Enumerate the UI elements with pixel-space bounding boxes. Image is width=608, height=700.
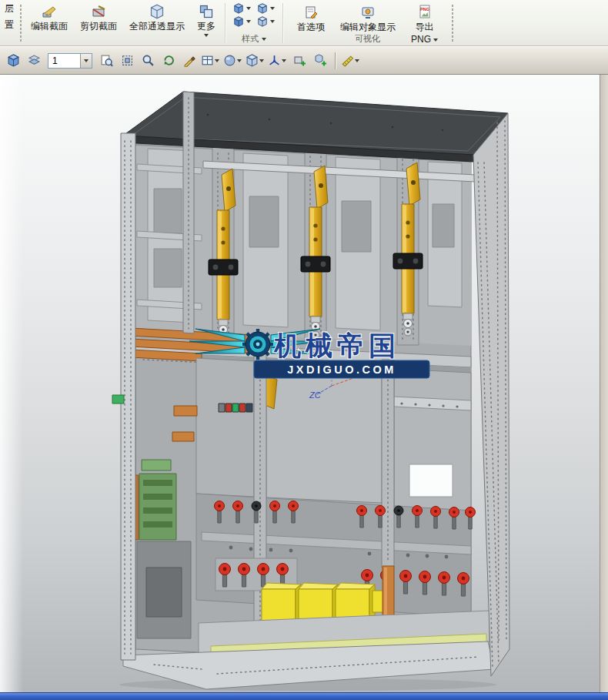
rotate-view-button[interactable] bbox=[159, 52, 178, 70]
zoom-area-button[interactable] bbox=[97, 52, 115, 70]
style-option-3[interactable] bbox=[233, 16, 251, 27]
ribbon: 层 置 编辑截面 剪切截面 全部通透显示 更多 bbox=[0, 0, 608, 46]
measure-ruler-icon bbox=[341, 54, 354, 67]
ribbon-separator bbox=[225, 3, 225, 43]
style-option-2[interactable] bbox=[257, 3, 275, 14]
style-option-1[interactable] bbox=[233, 3, 251, 14]
edit-section-button[interactable]: 编辑截面 bbox=[25, 1, 74, 45]
window-style-dropdown[interactable] bbox=[201, 54, 221, 67]
svg-text:PNG: PNG bbox=[420, 7, 429, 12]
edit-section-label: 编辑截面 bbox=[31, 22, 68, 32]
show-all-translucent-label: 全部通透显示 bbox=[129, 22, 185, 32]
clip-section-label: 剪切截面 bbox=[80, 22, 117, 32]
new-component-button[interactable] bbox=[290, 52, 309, 70]
translucent-cube-icon bbox=[149, 4, 165, 19]
shaded-sphere-icon bbox=[223, 54, 236, 67]
window-grid-icon bbox=[201, 54, 214, 67]
edit-object-display-label: 编辑对象显示 bbox=[340, 22, 396, 32]
render-style-dropdown[interactable] bbox=[223, 54, 243, 67]
brush-button[interactable] bbox=[180, 52, 199, 70]
view-cube-icon bbox=[7, 54, 20, 67]
layer-settings-button[interactable] bbox=[25, 52, 43, 70]
watermark-title: 机械帝国 bbox=[273, 330, 400, 360]
visualization-group-label: 可视化 bbox=[286, 33, 449, 45]
ribbon-drag-handle-right[interactable] bbox=[450, 4, 455, 42]
csys-axes-icon bbox=[268, 54, 281, 67]
scale-combo[interactable]: 1 bbox=[48, 53, 92, 69]
fit-view-button[interactable] bbox=[118, 52, 136, 70]
stub-label-2: 置 bbox=[5, 18, 14, 32]
magnifier-icon bbox=[142, 54, 155, 67]
right-side-panel[interactable] bbox=[473, 113, 509, 676]
zoom-area-icon bbox=[100, 54, 113, 67]
add-body-button[interactable] bbox=[311, 52, 329, 70]
style-cube-icon bbox=[257, 3, 268, 14]
panel-middle[interactable] bbox=[266, 363, 382, 503]
edit-object-display-icon bbox=[361, 5, 375, 20]
ribbon-drag-handle[interactable] bbox=[18, 4, 23, 42]
preferences-label: 首选项 bbox=[297, 22, 325, 32]
scale-value: 1 bbox=[48, 54, 80, 68]
zoom-button[interactable] bbox=[139, 52, 157, 70]
brush-icon bbox=[183, 54, 196, 67]
connector-row[interactable] bbox=[219, 404, 252, 412]
style-cube-icon bbox=[257, 16, 268, 27]
csys-dropdown[interactable] bbox=[268, 54, 288, 67]
cabinet-3d-model[interactable]: XC ZC bbox=[112, 92, 509, 689]
visualization-group: 首选项 编辑对象显示 PNG 导出 PNG bbox=[286, 1, 449, 45]
preferences-button[interactable]: 首选项 bbox=[291, 2, 331, 35]
watermark-site-url: JXDIGUO.COM bbox=[287, 363, 396, 376]
clip-section-button[interactable]: 剪切截面 bbox=[74, 1, 123, 45]
panel-left[interactable] bbox=[196, 358, 254, 497]
style-cube-icon bbox=[233, 16, 244, 27]
right-rail bbox=[600, 75, 608, 692]
preferences-icon bbox=[304, 5, 318, 20]
model-canvas[interactable]: XC ZC bbox=[0, 75, 600, 692]
watermark-gear-icon bbox=[242, 329, 273, 360]
more-icon bbox=[199, 4, 214, 19]
wcs-z-label: ZC bbox=[309, 390, 321, 400]
edit-section-icon bbox=[42, 4, 57, 19]
show-all-translucent-button[interactable]: 全部通透显示 bbox=[123, 1, 191, 45]
cad-application-window: 层 置 编辑截面 剪切截面 全部通透显示 更多 bbox=[0, 0, 608, 700]
ribbon-separator bbox=[282, 3, 283, 43]
green-clamp[interactable] bbox=[112, 395, 124, 404]
scale-combo-dropdown[interactable] bbox=[80, 54, 92, 68]
style-cube-icon bbox=[233, 3, 244, 14]
add-cube-icon bbox=[314, 54, 327, 67]
style-option-4[interactable] bbox=[257, 16, 275, 27]
status-bar bbox=[0, 692, 608, 700]
clip-section-icon bbox=[91, 4, 106, 19]
more-dropdown-arrow bbox=[204, 34, 209, 37]
edit-object-display-button[interactable]: 编辑对象显示 bbox=[334, 2, 402, 35]
style-group-label[interactable]: 样式 bbox=[229, 33, 279, 45]
view-toolbar: 1 bbox=[0, 46, 608, 75]
display-cube-icon bbox=[246, 54, 259, 67]
export-png-icon: PNG bbox=[418, 5, 432, 20]
more-button[interactable]: 更多 bbox=[191, 1, 222, 45]
style-group: 样式 bbox=[229, 1, 279, 45]
orient-view-cube-button[interactable] bbox=[4, 52, 22, 70]
measure-dropdown[interactable] bbox=[341, 54, 361, 67]
more-label: 更多 bbox=[197, 22, 215, 32]
add-window-icon bbox=[293, 54, 306, 67]
toolbar-separator bbox=[335, 52, 336, 69]
ribbon-left-stub: 层 置 bbox=[2, 1, 17, 45]
rotate-icon bbox=[162, 54, 175, 67]
back-left-column[interactable] bbox=[183, 92, 194, 333]
layers-icon bbox=[28, 54, 41, 67]
nameplate-label bbox=[409, 464, 453, 497]
display-mode-dropdown[interactable] bbox=[246, 54, 266, 67]
graphics-viewport[interactable]: XC ZC bbox=[0, 75, 600, 692]
stub-label-1: 层 bbox=[5, 2, 14, 15]
fit-view-icon bbox=[121, 54, 134, 67]
export-label-line1: 导出 bbox=[416, 22, 434, 32]
